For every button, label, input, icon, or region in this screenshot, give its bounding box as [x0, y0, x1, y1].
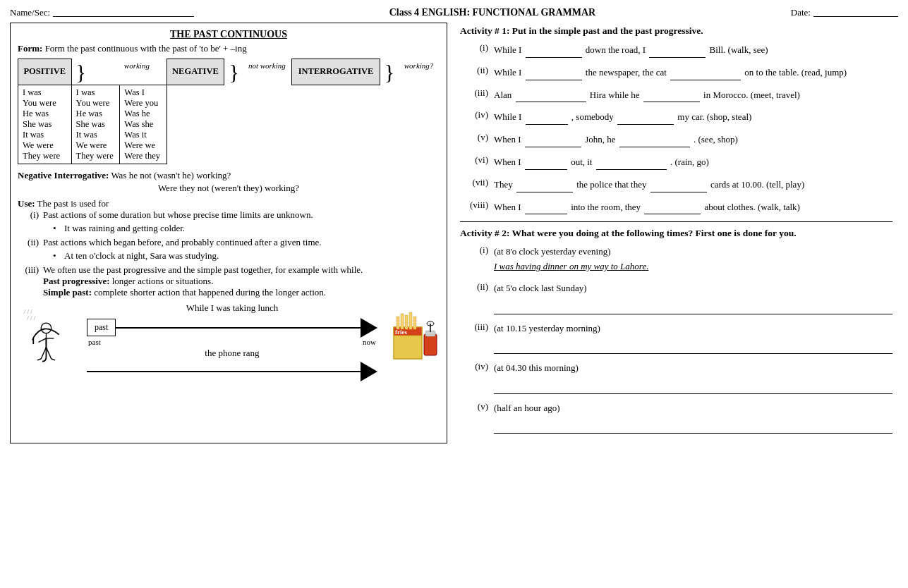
ex-num-1: (i) — [460, 42, 488, 54]
brace-negative: } — [224, 59, 244, 85]
ex5-after: . — [694, 134, 696, 145]
date-line — [813, 16, 898, 17]
act2-answer-line-4[interactable] — [494, 379, 892, 394]
ex-num-8: (viii) — [460, 200, 488, 211]
ex6-before: When I — [494, 157, 521, 167]
form-text: Form the past continuous with the past o… — [45, 43, 247, 54]
act2-num-5: (v) — [460, 401, 488, 412]
use-item-1-bullet: It was raining and getting colder. — [53, 223, 440, 234]
use-item-2-bullet-text: At ten o'clock at night, Sara was studyi… — [64, 250, 219, 262]
neg-int-line1: Was he not (wasn't he) working? — [111, 170, 231, 180]
grammar-table: POSITIVE } working NEGATIVE } not workin… — [18, 59, 440, 164]
ex5-hint: (see, shop) — [698, 134, 737, 145]
act2-answer-line-5[interactable] — [494, 419, 892, 434]
interrogative-cell: Was IWere youWas heWas sheWas itWere weW… — [120, 85, 167, 164]
act2-answer-line-2[interactable] — [494, 299, 892, 314]
name-section: Name/Sec: — [10, 7, 194, 18]
ex7-blank1[interactable] — [516, 177, 573, 192]
svg-rect-14 — [397, 317, 399, 329]
col-interrogative: INTERROGATIVE — [292, 59, 380, 85]
ex3-blank2[interactable] — [643, 87, 700, 103]
ex4-mid1: , somebody — [571, 111, 614, 122]
col-negative: NEGATIVE — [167, 59, 224, 85]
svg-text:fries: fries — [395, 329, 407, 336]
ex7-blank2[interactable] — [650, 177, 707, 192]
act2-item-3: (iii) (at 10.15 yesterday morning) — [460, 321, 892, 355]
divider — [460, 221, 892, 222]
use-item-3-content: We often use the past progressive and th… — [43, 264, 440, 298]
use-label: Use: — [18, 198, 35, 209]
form-bold: Form: — [18, 43, 42, 54]
ex-content-5: When I John, he . (see, shop) — [494, 132, 892, 147]
timeline-caption: While I was taking lunch — [87, 302, 377, 314]
ex1-blank1[interactable] — [526, 42, 582, 58]
svg-line-8 — [46, 347, 51, 358]
ex4-hint: (shop, steal) — [707, 111, 752, 122]
ex-num-5: (v) — [460, 132, 488, 143]
ex-content-1: While I down the road, I Bill. (walk, se… — [494, 42, 892, 58]
timeline-arrowhead2 — [361, 362, 377, 381]
timeline-line2 — [87, 371, 361, 372]
act2-prompt-5: (half an hour ago) — [494, 403, 560, 413]
ex4-after: my car. — [677, 111, 704, 122]
ex4-blank2[interactable] — [617, 109, 674, 125]
ex-num-6: (vi) — [460, 154, 488, 166]
use-item-2-bullet: At ten o'clock at night, Sara was studyi… — [53, 250, 440, 262]
exercise-item-2: (ii) While I the newspaper, the cat on t… — [460, 65, 892, 80]
act2-prompt-3: (at 10.15 yesterday morning) — [494, 323, 600, 333]
ex5-blank1[interactable] — [525, 132, 581, 147]
ex6-after: . — [670, 157, 672, 167]
exercise-item-3: (iii) Alan Hira while he in Morocco. (me… — [460, 87, 892, 103]
act2-answer-line-3[interactable] — [494, 338, 892, 354]
svg-rect-18 — [413, 317, 416, 329]
act2-content-1: (at 8'o clock yesterday evening) I was h… — [494, 245, 892, 274]
activity2-list: (i) (at 8'o clock yesterday evening) I w… — [460, 245, 892, 434]
ex2-blank2[interactable] — [670, 65, 741, 80]
act2-num-1: (i) — [460, 245, 488, 256]
ex2-before: While I — [494, 67, 521, 78]
use-intro: The past is used for — [37, 198, 109, 209]
ex8-before: When I — [494, 202, 521, 212]
brace-positive: } — [71, 59, 120, 85]
food-figure: fries — [383, 302, 440, 376]
ex-content-8: When I into the room, they about clothes… — [494, 200, 892, 215]
use-item-3-num: (iii) — [18, 264, 39, 298]
rain-figure: / / / / / / — [18, 302, 81, 376]
ex6-blank1[interactable] — [525, 154, 567, 170]
ex4-blank1[interactable] — [526, 109, 568, 125]
ex2-blank1[interactable] — [526, 65, 582, 80]
use-item-1-num: (i) — [18, 209, 39, 234]
act2-num-3: (iii) — [460, 321, 488, 333]
bold1: Past progressive: — [43, 276, 109, 286]
ex8-blank2[interactable] — [644, 200, 701, 215]
ex7-hint: (tell, play) — [766, 179, 804, 190]
act2-item-4: (iv) (at 04.30 this morning) — [460, 361, 892, 394]
timeline-bar2 — [87, 362, 377, 381]
ex6-blank2[interactable] — [596, 154, 667, 170]
ex-num-7: (vii) — [460, 177, 488, 188]
exercise-item-8: (viii) When I into the room, they about … — [460, 200, 892, 215]
activity2-title: Activity # 2: What were you doing at the… — [460, 228, 892, 239]
neg-int-line2: Were they not (weren't they) working? — [18, 183, 440, 194]
exercise-item-7: (vii) They the police that they cards at… — [460, 177, 892, 192]
act2-prompt-4: (at 04.30 this morning) — [494, 362, 579, 373]
ex5-mid1: John, he — [585, 134, 615, 145]
exercise-item-1: (i) While I down the road, I Bill. (walk… — [460, 42, 892, 58]
use-item-1-content: Past actions of some duration but whose … — [43, 209, 440, 234]
svg-line-5 — [39, 338, 47, 341]
act2-prompt-1: (at 8'o clock yesterday evening) — [494, 246, 611, 257]
ex1-after: Bill. — [710, 44, 726, 55]
brace-negative-label: not working — [244, 59, 292, 85]
timeline-line — [116, 327, 361, 329]
col-positive: POSITIVE — [18, 59, 72, 85]
ex8-blank1[interactable] — [525, 200, 567, 215]
use-item-1: (i) Past actions of some duration but wh… — [18, 209, 440, 234]
ex1-blank2[interactable] — [649, 42, 706, 58]
use-item-1-text: Past actions of some duration but whose … — [43, 209, 313, 220]
ex5-blank2[interactable] — [619, 132, 690, 147]
negative-cell: I wasYou wereHe wasShe wasIt wasWe wereT… — [71, 85, 120, 164]
ex3-blank1[interactable] — [516, 87, 586, 103]
rain-svg: / / / / / / — [18, 302, 81, 373]
svg-line-10 — [52, 359, 55, 360]
timeline-caption2: the phone rang — [87, 348, 377, 359]
